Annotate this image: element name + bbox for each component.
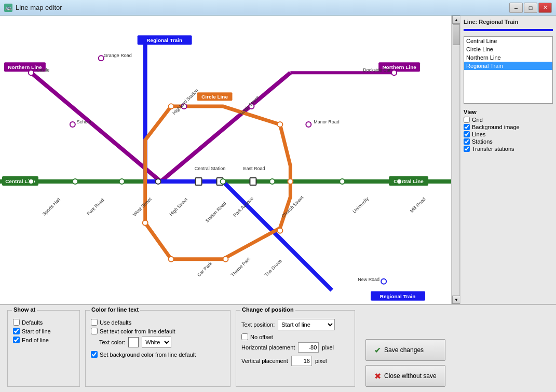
defaults-checkbox[interactable] xyxy=(13,319,20,326)
bottom-panel: Show at Defaults Start of line End of li… xyxy=(0,304,556,392)
svg-text:Regional Train: Regional Train xyxy=(380,293,416,299)
text-position-row: Text position: Start of line End of line… xyxy=(241,319,349,330)
stations-label: Stations xyxy=(472,138,493,145)
view-section: View Grid Background image Lines Station… xyxy=(464,109,553,153)
map-scrollbar[interactable]: ▲ ▼ xyxy=(452,16,460,304)
end-of-line-checkbox[interactable] xyxy=(13,337,20,343)
svg-point-43 xyxy=(397,179,402,184)
minimize-button[interactable]: – xyxy=(509,3,523,13)
svg-point-55 xyxy=(306,122,311,127)
text-color-row: Text color: White Black Red Blue Green xyxy=(91,337,225,348)
svg-point-63 xyxy=(223,257,228,262)
svg-text:East Road: East Road xyxy=(243,166,265,171)
text-position-dropdown[interactable]: Start of line End of line Center xyxy=(278,319,335,330)
svg-point-59 xyxy=(169,104,174,109)
no-offset-label: No offset xyxy=(250,334,273,340)
lines-row: Lines xyxy=(464,131,553,137)
line-color-indicator xyxy=(464,29,553,31)
svg-text:Grange Road: Grange Road xyxy=(104,53,132,58)
scroll-down-button[interactable]: ▼ xyxy=(452,296,460,304)
view-label: View xyxy=(464,109,553,115)
transfer-stations-checkbox[interactable] xyxy=(464,146,470,152)
start-of-line-checkbox[interactable] xyxy=(13,328,20,334)
end-of-line-row: End of line xyxy=(13,337,74,343)
svg-text:Regional Train: Regional Train xyxy=(146,37,182,43)
line-item-regional[interactable]: Regional Train xyxy=(464,62,552,70)
set-bg-color-label: Set background color from line default xyxy=(100,352,196,358)
vertical-unit: pixel xyxy=(315,358,327,364)
svg-rect-31 xyxy=(196,178,202,185)
svg-point-64 xyxy=(169,257,174,262)
x-icon: ✖ xyxy=(374,371,381,381)
horizontal-input[interactable] xyxy=(298,342,319,353)
window-controls: – □ ✕ xyxy=(509,3,552,13)
svg-point-61 xyxy=(288,179,293,184)
selected-line-label: Line: Regional Train xyxy=(464,19,553,25)
lines-checkbox[interactable] xyxy=(464,131,470,137)
sidebar: Line: Regional Train Central Line Circle… xyxy=(460,16,556,304)
color-section-title: Color for line text xyxy=(90,306,140,313)
text-color-preview xyxy=(128,337,139,347)
background-image-checkbox[interactable] xyxy=(464,124,470,130)
svg-rect-38 xyxy=(250,178,256,185)
start-of-line-label: Start of line xyxy=(22,328,51,334)
grid-checkbox[interactable] xyxy=(464,117,470,123)
end-of-line-label: End of line xyxy=(22,337,49,343)
color-for-line-text-section: Color for line text Use defaults Set tex… xyxy=(85,310,230,387)
horizontal-label: Horizontal placement xyxy=(241,344,295,351)
defaults-row: Defaults xyxy=(13,319,74,326)
scroll-up-button[interactable]: ▲ xyxy=(452,16,460,24)
check-icon: ✔ xyxy=(374,345,381,355)
stations-checkbox[interactable] xyxy=(464,138,470,145)
line-item-circle[interactable]: Circle Line xyxy=(464,45,552,53)
svg-text:Manor Road: Manor Road xyxy=(314,119,339,124)
start-of-line-row: Start of line xyxy=(13,328,74,334)
bg-image-row: Background image xyxy=(464,124,553,130)
titlebar: 🚌 Line map editor – □ ✕ xyxy=(0,0,556,16)
show-at-title: Show at xyxy=(12,306,37,313)
line-listbox[interactable]: Central Line Circle Line Northern Line R… xyxy=(464,36,553,104)
svg-point-65 xyxy=(143,220,148,226)
set-text-color-row: Set text color from line default xyxy=(91,328,225,334)
svg-point-45 xyxy=(29,70,34,75)
defaults-label: Defaults xyxy=(22,319,43,326)
change-of-position-section: Change of position Text position: Start … xyxy=(236,310,355,387)
main-content: Regional Train Northern Line Northern Li… xyxy=(0,16,556,304)
line-item-northern[interactable]: Northern Line xyxy=(464,53,552,62)
text-color-dropdown[interactable]: White Black Red Blue Green xyxy=(142,337,171,348)
line-item-central[interactable]: Central Line xyxy=(464,37,552,45)
map-area[interactable]: Regional Train Northern Line Northern Li… xyxy=(0,16,452,304)
no-offset-checkbox[interactable] xyxy=(241,333,248,340)
maximize-button[interactable]: □ xyxy=(524,3,537,13)
text-color-label: Text color: xyxy=(99,339,125,345)
svg-point-69 xyxy=(381,279,386,284)
svg-text:Central Station: Central Station xyxy=(195,166,225,171)
text-position-label: Text position: xyxy=(241,321,275,328)
position-section-title: Change of position xyxy=(240,306,295,313)
grid-row: Grid xyxy=(464,117,553,123)
background-image-label: Background image xyxy=(472,124,520,130)
use-defaults-checkbox[interactable] xyxy=(91,319,98,326)
save-label: Save changes xyxy=(384,346,424,354)
save-changes-button[interactable]: ✔ Save changes xyxy=(365,339,445,361)
close-without-save-button[interactable]: ✖ Close without save xyxy=(365,365,445,387)
svg-text:Circle Line: Circle Line xyxy=(201,94,228,100)
set-bg-color-checkbox[interactable] xyxy=(91,351,98,358)
vertical-input[interactable] xyxy=(291,356,312,366)
no-offset-row: No offset xyxy=(241,333,349,340)
svg-point-60 xyxy=(277,122,282,127)
set-bg-color-row: Set background color from line default xyxy=(91,351,225,358)
svg-point-27 xyxy=(119,179,125,184)
svg-point-41 xyxy=(340,179,345,184)
action-buttons: ✔ Save changes ✖ Close without save xyxy=(365,310,445,387)
close-button[interactable]: ✕ xyxy=(538,3,552,13)
stations-row: Stations xyxy=(464,138,553,145)
horizontal-row: Horizontal placement pixel xyxy=(241,342,349,353)
svg-point-62 xyxy=(277,228,282,233)
svg-text:School: School xyxy=(77,119,91,124)
svg-point-39 xyxy=(269,179,275,184)
set-text-color-checkbox[interactable] xyxy=(91,328,98,334)
svg-point-25 xyxy=(73,179,78,184)
use-defaults-label: Use defaults xyxy=(100,319,131,326)
lines-label: Lines xyxy=(472,131,485,137)
